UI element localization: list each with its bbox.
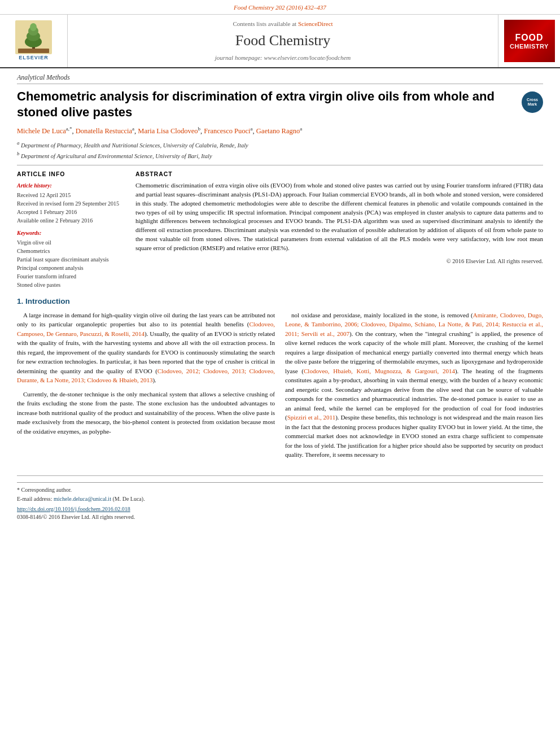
author-puoci[interactable]: Francesco Puoci (204, 127, 250, 135)
author-restuccia[interactable]: Donatella Restuccia (76, 127, 132, 135)
body-columns: A large increase in demand for high-qual… (17, 311, 543, 464)
ref-clodoveo-2012[interactable]: Clodoveo, 2012; Clodoveo, 2013; Clodoveo… (17, 368, 275, 384)
keyword-5: Stoned olive pastes (17, 281, 127, 289)
available-online-date: Available online 2 February 2016 (17, 217, 127, 225)
revised-date: Received in revised form 29 September 20… (17, 200, 127, 208)
keyword-3: Principal component analysis (17, 264, 127, 272)
journal-title: Food Chemistry (235, 30, 330, 51)
body-left-column: A large increase in demand for high-qual… (17, 311, 275, 464)
journal-header: ELSEVIER Contents lists available at Sci… (0, 15, 560, 68)
keyword-0: Virgin olive oil (17, 239, 127, 247)
keywords-section: Keywords: Virgin olive oil Chemometrics … (17, 229, 127, 289)
food-chemistry-logo: FOOD CHEMISTRY (504, 20, 555, 62)
logo-food-text: FOOD (515, 32, 543, 43)
author-email-link[interactable]: michele.deluca@unical.it (54, 496, 111, 502)
author-puoci-sup: a (251, 126, 253, 132)
sciencedirect-link[interactable]: ScienceDirect (298, 20, 333, 27)
history-label: Article history: (17, 182, 127, 190)
copyright: © 2016 Elsevier Ltd. All rights reserved… (135, 257, 543, 266)
author-ragno-sup: a (300, 126, 302, 132)
section-label: Analytical Methods (17, 73, 543, 84)
keyword-2: Partial least square discriminant analys… (17, 256, 127, 264)
abstract-column: ABSTRACT Chemometric discrimination of e… (135, 170, 543, 290)
doi-anchor[interactable]: http://dx.doi.org/10.1016/j.foodchem.201… (17, 506, 130, 512)
keyword-1: Chemometrics (17, 247, 127, 255)
elsevier-logo: ELSEVIER (15, 20, 52, 62)
author-clodoveo-sup: b (198, 126, 201, 132)
svg-text:Cross: Cross (527, 98, 538, 102)
affiliation-a: a Department of Pharmacy, Health and Nut… (17, 139, 543, 150)
article-title-container: Chemometric analysis for discrimination … (17, 89, 543, 121)
journal-homepage: journal homepage: www.elsevier.com/locat… (215, 54, 351, 62)
issn-line: 0308-8146/© 2016 Elsevier Ltd. All right… (17, 513, 543, 521)
svg-point-5 (30, 23, 37, 31)
accepted-date: Accepted 1 February 2016 (17, 208, 127, 216)
ref-clodoveo-2014[interactable]: Clodoveo, Camposeo, De Gennaro, Pascuzzi… (17, 321, 275, 337)
received-date: Received 12 April 2015 (17, 191, 127, 199)
footer-separator (17, 482, 543, 483)
article-info-column: ARTICLE INFO Article history: Received 1… (17, 170, 127, 290)
authors-line: Michele De Lucaa,*, Donatella Restucciaa… (17, 125, 543, 137)
body-right-column: nol oxidase and peroxidase, mainly local… (285, 311, 543, 464)
author-restuccia-sup: a (132, 126, 134, 132)
article-body: Analytical Methods Chemometric analysis … (0, 68, 560, 470)
crossmark-badge: Cross Mark (522, 91, 543, 113)
ref-amirante[interactable]: Amirante, Clodoveo, Dugo, Leone, & Tambo… (285, 312, 543, 337)
elsevier-logo-section: ELSEVIER (0, 15, 68, 67)
article-title-text: Chemometric analysis for discrimination … (17, 89, 522, 121)
journal-reference-text: Food Chemistry 202 (2016) 432–437 (234, 4, 326, 11)
affiliation-b: b Department of Agricultural and Environ… (17, 150, 543, 160)
elsevier-brand-text: ELSEVIER (19, 54, 49, 62)
ref-spizziri[interactable]: Spizziri et al., 2011 (287, 414, 336, 421)
affiliations: a Department of Pharmacy, Health and Nut… (17, 139, 543, 160)
keywords-label: Keywords: (17, 229, 127, 237)
svg-rect-6 (18, 49, 49, 53)
abstract-heading: ABSTRACT (135, 170, 543, 178)
page: Food Chemistry 202 (2016) 432–437 ELS (0, 0, 560, 747)
doi-link: http://dx.doi.org/10.1016/j.foodchem.201… (17, 505, 543, 513)
abstract-text: Chemometric discrimination of extra virg… (135, 181, 543, 254)
body-left-p2: Currently, the de-stoner technique is th… (17, 390, 275, 436)
author-de-luca[interactable]: Michele De Luca (17, 127, 66, 135)
logo-chemistry-text: CHEMISTRY (510, 43, 549, 50)
elsevier-tree-icon (15, 20, 52, 54)
keyword-4: Fourier transform infrared (17, 273, 127, 281)
page-footer: * Corresponding author. E-mail address: … (17, 475, 543, 521)
introduction-section: 1. Introduction A large increase in dema… (17, 296, 543, 464)
article-columns: ARTICLE INFO Article history: Received 1… (17, 165, 543, 290)
ref-clodoveo-hbaieb[interactable]: Clodoveo, Hbaieb, Kotti, Mugnozza, & Gar… (304, 368, 455, 374)
author-ragno[interactable]: Gaetano Ragno (256, 127, 300, 135)
journal-reference-bar: Food Chemistry 202 (2016) 432–437 (0, 0, 560, 15)
svg-text:Mark: Mark (528, 102, 537, 106)
sciencedirect-label: Contents lists available at ScienceDirec… (233, 20, 333, 28)
email-note: E-mail address: michele.deluca@unical.it… (17, 495, 543, 503)
article-history: Article history: Received 12 April 2015 … (17, 182, 127, 225)
author-clodoveo[interactable]: Maria Lisa Clodoveo (138, 127, 198, 135)
corresponding-author-note: * Corresponding author. (17, 486, 543, 494)
food-chemistry-logo-section: FOOD CHEMISTRY (498, 15, 560, 67)
body-left-p1: A large increase in demand for high-qual… (17, 311, 275, 385)
article-info-heading: ARTICLE INFO (17, 170, 127, 178)
journal-header-center: Contents lists available at ScienceDirec… (68, 15, 498, 67)
author-de-luca-sup: a,* (66, 126, 72, 132)
intro-title: 1. Introduction (17, 296, 543, 307)
body-right-p1: nol oxidase and peroxidase, mainly local… (285, 311, 543, 460)
